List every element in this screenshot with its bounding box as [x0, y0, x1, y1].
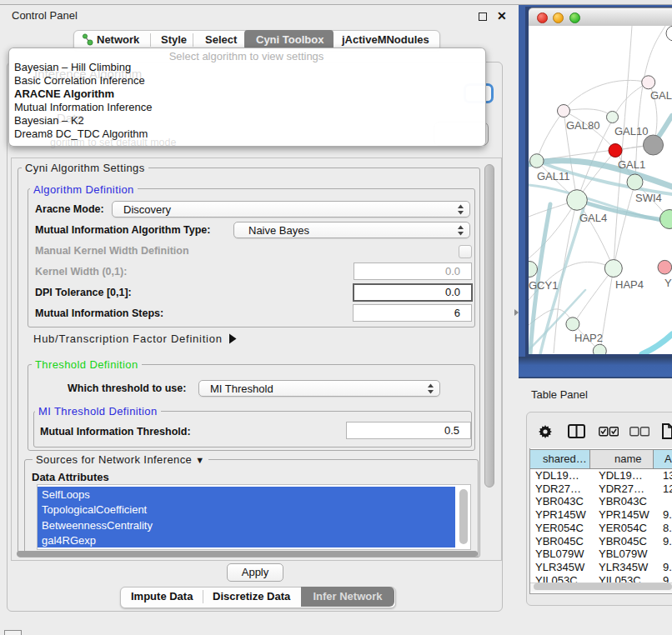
svg-text:GCY1: GCY1	[529, 279, 558, 292]
svg-text:GAL1: GAL1	[618, 158, 645, 171]
svg-text:GAL80: GAL80	[566, 119, 599, 132]
svg-text:GAL11: GAL11	[537, 170, 570, 182]
svg-text:Y: Y	[664, 277, 672, 289]
svg-text:HAP2: HAP2	[574, 332, 603, 344]
svg-text:GAL2: GAL2	[650, 89, 672, 102]
svg-text:GAL4: GAL4	[579, 212, 607, 224]
svg-text:SWI4: SWI4	[635, 192, 662, 204]
svg-text:HAP4: HAP4	[615, 278, 644, 291]
svg-text:GAL10: GAL10	[614, 125, 648, 138]
